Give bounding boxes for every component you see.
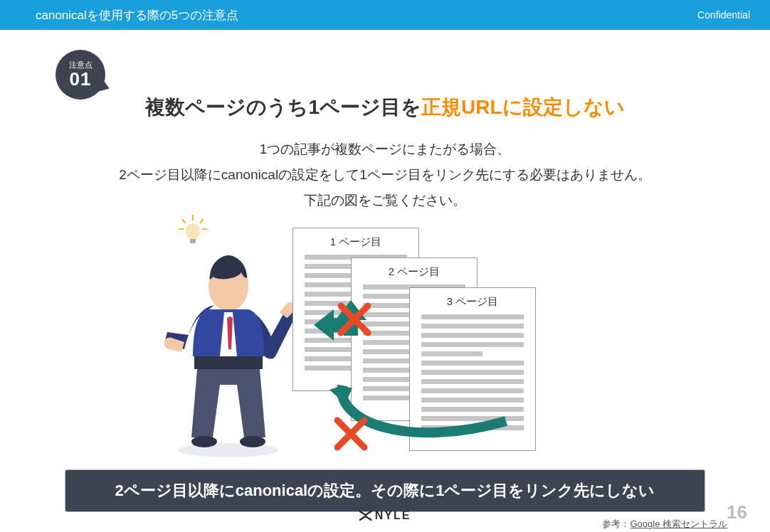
cross-icon <box>337 302 372 337</box>
desc-line2: 2ページ目以降にcanonicalの設定をして1ページ目をリンク先にする必要はあ… <box>0 162 770 188</box>
desc-line1: 1つの記事が複数ページにまたがる場合、 <box>0 137 770 162</box>
person-icon <box>157 233 300 460</box>
description: 1つの記事が複数ページにまたがる場合、 2ページ目以降にcanonicalの設定… <box>0 137 770 213</box>
slide-title: 複数ページのうち1ページ目を正規URLに設定しない <box>0 94 770 121</box>
reference-prefix: 参考： <box>602 518 630 529</box>
footer-logo: NYLE <box>359 509 411 522</box>
page-number: 16 <box>727 501 747 523</box>
reference-link[interactable]: Google 検索セントラル <box>630 518 727 529</box>
confidential-label: Confidential <box>697 9 750 21</box>
logo-icon <box>359 510 372 521</box>
page-3-label: 3 ページ目 <box>421 295 524 309</box>
title-prefix: 複数ページのうち1ページ目を <box>145 96 421 118</box>
svg-line-2 <box>200 219 204 223</box>
svg-point-10 <box>240 436 265 447</box>
page-2-label: 2 ページ目 <box>363 265 465 279</box>
badge-number: 01 <box>70 69 92 90</box>
title-accent: 正規URLに設定しない <box>421 96 625 118</box>
cross-icon <box>333 416 369 452</box>
page-1-label: 1 ページ目 <box>305 235 407 249</box>
svg-point-7 <box>179 443 278 457</box>
svg-point-9 <box>191 436 217 447</box>
badge-label: 注意点 <box>69 60 93 69</box>
desc-line3: 下記の図をご覧ください。 <box>0 188 770 213</box>
point-badge: 注意点 01 <box>56 50 105 100</box>
header-bar: canonicalを使用する際の5つの注意点 Confidential <box>0 0 770 30</box>
logo-text: NYLE <box>375 509 411 522</box>
illustration: 1 ページ目 2 ページ目 3 ページ目 <box>136 222 634 464</box>
summary-banner: 2ページ目以降にcanonicalの設定。その際に1ページ目をリンク先にしない <box>65 469 705 512</box>
svg-line-1 <box>182 219 186 223</box>
header-title: canonicalを使用する際の5つの注意点 <box>36 7 238 23</box>
svg-rect-8 <box>194 356 263 369</box>
